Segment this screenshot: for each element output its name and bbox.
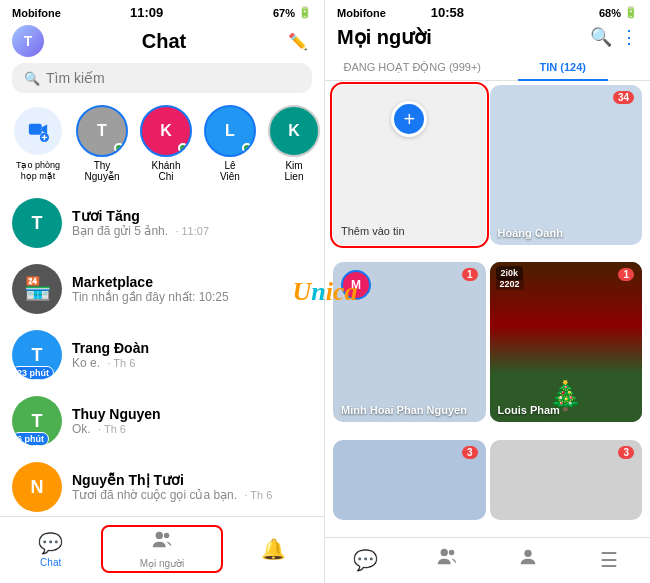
chat-nav-label: Chat (40, 557, 61, 568)
story-khanh-name: KhánhChi (152, 160, 181, 182)
edit-icon[interactable]: ✏️ (284, 27, 312, 55)
badge-thuy: 6 phút (12, 432, 49, 446)
chat-info-nguyen-thi-tuoi: Nguyễn Thị Tươi Tươi đã nhờ cuộc gọi của… (72, 472, 312, 502)
left-status-right: 67% 🔋 (273, 6, 312, 19)
chat-list: T Tươi Tăng Bạn đã gửi 5 ảnh. · 11:07 🏪 … (0, 190, 324, 516)
avatar-trang: T 23 phút (12, 330, 62, 380)
chat-msg-tuoi-tang: Bạn đã gửi 5 ảnh. · 11:07 (72, 224, 312, 238)
right-status-bar: Mobifone 10:58 68% 🔋 (325, 0, 650, 21)
user-avatar[interactable]: T (12, 25, 44, 57)
badge-minh-hoai: 1 (462, 268, 478, 281)
people-nav-icon (151, 529, 173, 556)
search-input[interactable] (46, 70, 300, 86)
story-kim-avatar: K (268, 105, 320, 157)
right-tabs: ĐANG HOẠT ĐỘNG (999+) TIN (124) (325, 55, 650, 81)
right-nav-groups[interactable] (488, 546, 569, 573)
story-card-louis-pham[interactable]: 2i0k 2202 🎄 1 Louis Pham (490, 262, 643, 422)
add-room-label: Tạo phònghọp mặt (16, 160, 60, 182)
story-le-avatar: L (204, 105, 256, 157)
add-story-card[interactable]: + Thêm vào tin (333, 85, 486, 245)
chat-info-thuy: Thuy Nguyen Ok. · Th 6 (72, 406, 312, 436)
right-people-icon (436, 546, 458, 573)
right-nav-chat[interactable]: 💬 (325, 548, 406, 572)
badge-louis-pham: 1 (618, 268, 634, 281)
right-menu-icon: ☰ (600, 548, 618, 572)
chat-info-trang: Trang Đoàn Ko e. · Th 6 (72, 340, 312, 370)
tab-tin[interactable]: TIN (124) (488, 55, 639, 80)
chat-msg-marketplace: Tin nhắn gần đây nhất: 10:25 (72, 290, 312, 304)
story-card-partial-1[interactable]: 3 (333, 440, 486, 520)
svg-point-7 (440, 549, 447, 556)
chat-item-nguyen-thi-tuoi[interactable]: N Nguyễn Thị Tươi Tươi đã nhờ cuộc gọi c… (0, 454, 324, 516)
svg-point-5 (156, 532, 163, 539)
left-status-bar: Mobifone 11:09 67% 🔋 (0, 0, 324, 21)
chat-name-thuy: Thuy Nguyen (72, 406, 312, 422)
nav-chat[interactable]: 💬 Chat (0, 531, 101, 568)
story-khanh[interactable]: K KhánhChi (140, 105, 192, 182)
left-battery: 67% (273, 7, 295, 19)
right-header: Mọi người 🔍 ⋮ (325, 21, 650, 55)
right-bottom-nav: 💬 ☰ (325, 537, 650, 583)
left-time: 11:09 (130, 5, 163, 20)
right-chat-icon: 💬 (353, 548, 378, 572)
chat-msg-thuy: Ok. · Th 6 (72, 422, 312, 436)
name-louis-pham: Louis Pham (498, 404, 560, 416)
right-status-right: 68% 🔋 (599, 6, 638, 19)
story-kim[interactable]: K KimLien (268, 105, 320, 182)
avatar-minh-hoai: M (341, 270, 371, 300)
left-header: T Chat ✏️ (0, 21, 324, 63)
story-thy-name: ThyNguyễn (85, 160, 120, 182)
right-title: Mọi người (337, 25, 432, 49)
chat-info-marketplace: Marketplace Tin nhắn gần đây nhất: 10:25 (72, 274, 312, 304)
battery-icon: 🔋 (298, 6, 312, 19)
svg-rect-0 (29, 124, 42, 135)
story-le-name: LêViên (220, 160, 240, 182)
right-nav-menu[interactable]: ☰ (569, 548, 650, 572)
more-icon[interactable]: ⋮ (620, 26, 638, 48)
left-bottom-nav: 💬 Chat Mọi người 🔔 (0, 516, 324, 583)
story-card-hoang-oanh[interactable]: 34 Hoàng Oanh (490, 85, 643, 245)
chat-name-marketplace: Marketplace (72, 274, 312, 290)
bell-nav-icon: 🔔 (261, 537, 286, 561)
right-time: 10:58 (431, 5, 464, 20)
people-nav-label: Mọi người (140, 558, 185, 569)
tab-active[interactable]: ĐANG HOẠT ĐỘNG (999+) (337, 55, 488, 80)
right-nav-people[interactable] (406, 546, 487, 573)
chat-item-trang[interactable]: T 23 phút Trang Đoàn Ko e. · Th 6 (0, 322, 324, 388)
avatar-tuoi-tang: T (12, 198, 62, 248)
chat-item-marketplace[interactable]: 🏪 Marketplace Tin nhắn gần đây nhất: 10:… (0, 256, 324, 322)
avatar-thuy: T 6 phút (12, 396, 62, 446)
stories-row: Tạo phònghọp mặt T ThyNguyễn K KhánhChi … (0, 101, 324, 190)
chat-name-trang: Trang Đoàn (72, 340, 312, 356)
chat-item-tuoi-tang[interactable]: T Tươi Tăng Bạn đã gửi 5 ảnh. · 11:07 (0, 190, 324, 256)
chat-nav-icon: 💬 (38, 531, 63, 555)
story-kim-name: KimLien (285, 160, 304, 182)
add-room-button[interactable] (14, 105, 62, 157)
search-icon-right[interactable]: 🔍 (590, 26, 612, 48)
story-card-minh-hoai[interactable]: M 1 Minh Hoai Phan Nguyen (333, 262, 486, 422)
chat-item-thuy[interactable]: T 6 phút Thuy Nguyen Ok. · Th 6 (0, 388, 324, 454)
story-thy-avatar: T (76, 105, 128, 157)
badge-trang: 23 phút (12, 366, 54, 380)
right-panel: Mobifone 10:58 68% 🔋 Mọi người 🔍 ⋮ ĐANG … (325, 0, 650, 583)
svg-point-6 (164, 533, 170, 539)
add-story-button[interactable]: + (391, 101, 427, 137)
add-room-item[interactable]: Tạo phònghọp mặt (12, 105, 64, 182)
add-room-avatar (12, 105, 64, 157)
nav-people-highlighted[interactable]: Mọi người (101, 525, 222, 573)
svg-point-8 (449, 550, 455, 556)
nav-bell[interactable]: 🔔 (223, 537, 324, 561)
chat-info-tuoi-tang: Tươi Tăng Bạn đã gửi 5 ảnh. · 11:07 (72, 208, 312, 238)
chat-msg-trang: Ko e. · Th 6 (72, 356, 312, 370)
story-card-partial-2[interactable]: 3 (490, 440, 643, 520)
right-battery-icon: 🔋 (624, 6, 638, 19)
story-thy[interactable]: T ThyNguyễn (76, 105, 128, 182)
right-header-icons: 🔍 ⋮ (590, 26, 638, 48)
stories-grid: + Thêm vào tin 34 Hoàng Oanh M 1 Minh Ho… (325, 81, 650, 537)
search-icon: 🔍 (24, 71, 40, 86)
search-bar[interactable]: 🔍 (12, 63, 312, 93)
story-le[interactable]: L LêViên (204, 105, 256, 182)
chat-msg-nguyen-thi-tuoi: Tươi đã nhờ cuộc gọi của bạn. · Th 6 (72, 488, 312, 502)
right-battery: 68% (599, 7, 621, 19)
add-story-label: Thêm vào tin (341, 225, 405, 237)
